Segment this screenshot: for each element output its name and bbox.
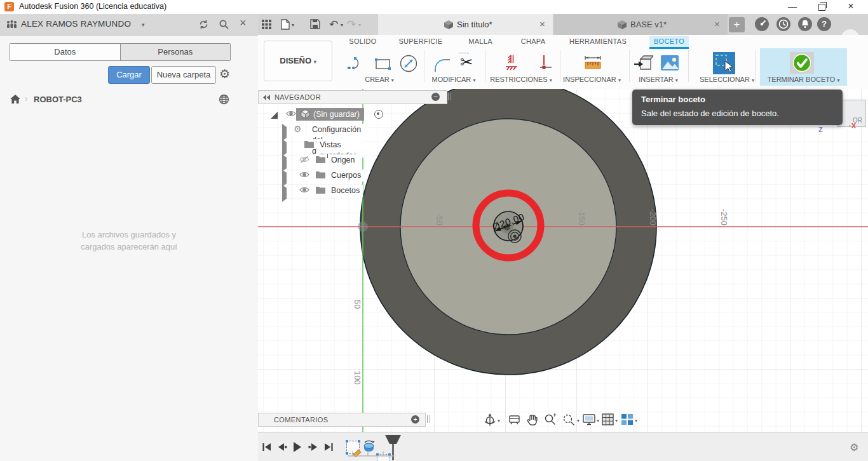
- ribbon-tab-solido[interactable]: SOLIDO: [344, 36, 382, 47]
- group-seleccionar[interactable]: SELECCIONAR ▾: [692, 76, 762, 83]
- collapsed-triangle-icon[interactable]: [282, 154, 287, 171]
- fillet-tool-icon[interactable]: [432, 55, 451, 72]
- job-status-icon[interactable]: [755, 17, 769, 31]
- home-icon[interactable]: [10, 95, 20, 104]
- refresh-icon[interactable]: [198, 19, 209, 30]
- zoom-window-icon[interactable]: [562, 413, 575, 426]
- notifications-bell-icon[interactable]: [798, 17, 812, 31]
- document-tab-close-icon[interactable]: ×: [714, 18, 720, 29]
- redo-icon[interactable]: ↷: [347, 18, 356, 31]
- display-settings-icon[interactable]: [583, 414, 595, 425]
- visibility-off-eye-icon[interactable]: [297, 154, 311, 164]
- tab-datos[interactable]: Datos: [10, 44, 120, 60]
- group-insertar[interactable]: INSERTAR ▾: [627, 76, 690, 83]
- new-document-tab-button[interactable]: +: [729, 17, 745, 32]
- timeline-settings-gear-icon[interactable]: ⚙: [850, 443, 858, 453]
- file-menu-icon[interactable]: [281, 19, 290, 30]
- window-minimize-button[interactable]: —: [782, 0, 803, 14]
- user-menu[interactable]: ALEX RAMOS RAYMUNDO: [21, 19, 131, 29]
- document-tab-close-icon[interactable]: ×: [539, 18, 545, 29]
- new-folder-button[interactable]: Nueva carpeta: [151, 66, 216, 84]
- document-tab-inactive[interactable]: BASE v1* ×: [553, 14, 728, 35]
- ribbon-tab-herramientas[interactable]: HERRAMIENTAS: [566, 36, 630, 47]
- save-icon[interactable]: [310, 19, 320, 29]
- tree-row-origin[interactable]: Origen: [258, 154, 262, 168]
- collapsed-triangle-icon[interactable]: [282, 170, 287, 187]
- insert-image-icon[interactable]: [660, 53, 680, 72]
- timeline-skip-start-icon[interactable]: [262, 443, 271, 451]
- timeline-skip-end-icon[interactable]: [324, 443, 334, 451]
- upload-button[interactable]: Cargar: [108, 66, 150, 84]
- origin-point[interactable]: [358, 222, 368, 232]
- navigator-minimize-icon[interactable]: −: [431, 93, 440, 101]
- redo-caret-icon[interactable]: ▾: [358, 22, 361, 28]
- ribbon-tab-malla[interactable]: MALLA: [461, 36, 499, 47]
- close-panel-icon[interactable]: ×: [240, 17, 247, 30]
- orbit-icon[interactable]: [484, 413, 496, 427]
- visibility-eye-icon[interactable]: [297, 185, 311, 195]
- breadcrumb-project[interactable]: ROBOT-PC3: [34, 95, 82, 104]
- group-restricciones[interactable]: RESTRICCIONES ▾: [483, 76, 559, 83]
- tree-row-saved-views[interactable]: Vistas guardadas: [258, 138, 262, 152]
- globe-icon[interactable]: [219, 94, 229, 105]
- window-restore-button[interactable]: [811, 0, 832, 14]
- visibility-eye-icon[interactable]: [297, 170, 311, 180]
- app-launcher-grid-icon[interactable]: [262, 20, 271, 29]
- history-clock-icon[interactable]: [776, 17, 790, 31]
- pan-hand-icon[interactable]: [526, 413, 539, 427]
- tab-personas[interactable]: Personas: [120, 44, 231, 60]
- window-close-button[interactable]: ×: [840, 0, 862, 14]
- viewports-caret-icon[interactable]: ▾: [635, 418, 637, 424]
- user-menu-caret-icon[interactable]: ▾: [142, 22, 145, 28]
- select-tool-icon[interactable]: [713, 52, 735, 74]
- group-crear[interactable]: CREAR ▾: [351, 76, 408, 83]
- constraint-coincident-icon[interactable]: [535, 54, 553, 72]
- grid-settings-icon[interactable]: [602, 413, 614, 425]
- timeline-step-back-icon[interactable]: [277, 443, 287, 451]
- comments-drag-handle[interactable]: [427, 415, 430, 423]
- ribbon-tab-chapa[interactable]: CHAPA: [514, 36, 552, 47]
- tree-row-root[interactable]: (Sin guardar): [258, 108, 446, 122]
- tree-row-bodies[interactable]: Cuerpos: [258, 169, 262, 183]
- tree-item-label[interactable]: Bocetos: [328, 185, 363, 197]
- sketch-canvas[interactable]: -50 -100 -150 -200 -250 50 100 Ø20.00 OR…: [258, 89, 868, 432]
- file-menu-caret-icon[interactable]: ▾: [292, 22, 294, 28]
- data-settings-gear-icon[interactable]: ⚙: [219, 68, 230, 80]
- activate-document-radio[interactable]: [374, 110, 383, 119]
- look-at-icon[interactable]: [508, 414, 520, 425]
- group-inspeccionar[interactable]: INSPECCIONAR ▾: [555, 76, 628, 83]
- collapsed-triangle-icon[interactable]: [282, 124, 287, 141]
- root-document-item[interactable]: (Sin guardar): [296, 108, 364, 121]
- arc-tool-icon[interactable]: [346, 55, 365, 72]
- constraint-hatch-icon[interactable]: [503, 54, 520, 72]
- collapse-double-arrow-icon[interactable]: [263, 95, 271, 100]
- timeline-play-icon[interactable]: [293, 442, 302, 452]
- design-workspace-menu[interactable]: DISEÑO ▾: [264, 41, 332, 81]
- grid-settings-caret-icon[interactable]: ▾: [615, 418, 618, 424]
- collapsed-triangle-icon[interactable]: [282, 139, 287, 156]
- navigator-drag-handle[interactable]: [448, 93, 451, 100]
- group-modificar[interactable]: MODIFICAR ▾: [422, 76, 485, 83]
- zoom-icon[interactable]: [544, 413, 557, 426]
- orbit-caret-icon[interactable]: ▾: [498, 418, 500, 424]
- tree-item-label[interactable]: Cuerpos: [328, 170, 364, 182]
- undo-icon[interactable]: ↶: [329, 18, 338, 31]
- viewports-icon[interactable]: [621, 413, 634, 425]
- ribbon-tab-boceto[interactable]: BOCETO: [649, 36, 689, 47]
- comments-bar[interactable]: COMENTARIOS +: [258, 413, 426, 427]
- insert-cad-icon[interactable]: [633, 53, 653, 72]
- circle-tool-icon[interactable]: [398, 53, 419, 74]
- expanded-triangle-icon[interactable]: [270, 111, 278, 119]
- undo-caret-icon[interactable]: ▾: [341, 22, 343, 28]
- tree-row-doc-settings[interactable]: ⚙ Configuración del documento: [258, 123, 262, 137]
- finish-sketch-button[interactable]: TERMINAR BOCETO ▾: [760, 48, 847, 86]
- navigator-header[interactable]: NAVEGADOR −: [258, 90, 447, 104]
- search-icon[interactable]: [219, 19, 229, 30]
- timeline-step-forward-icon[interactable]: [308, 443, 318, 451]
- ribbon-tab-superficie[interactable]: SUPERFICIE: [395, 36, 446, 47]
- collapsed-triangle-icon[interactable]: [282, 185, 287, 202]
- comments-add-icon[interactable]: +: [411, 415, 419, 424]
- document-tab-active[interactable]: Sin título* ×: [378, 14, 553, 35]
- display-settings-caret-icon[interactable]: ▾: [597, 418, 599, 424]
- rectangle-tool-icon[interactable]: [373, 55, 392, 72]
